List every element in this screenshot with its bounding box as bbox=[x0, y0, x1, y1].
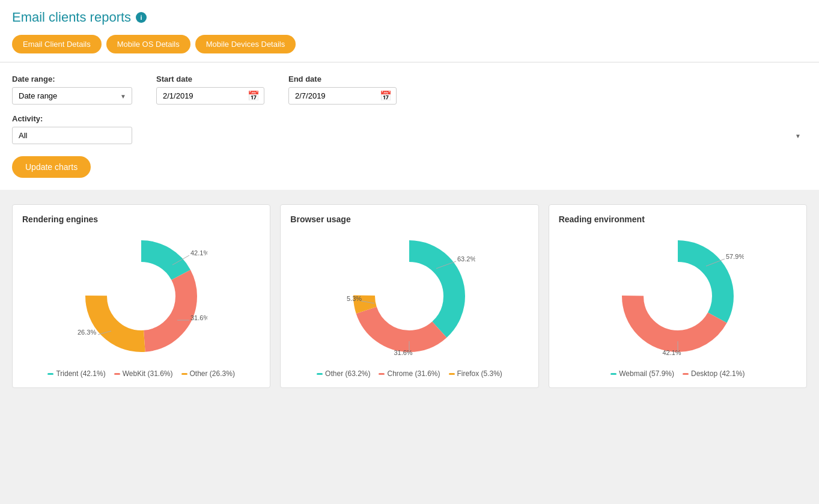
legend-webmail: Webmail (57.9%) bbox=[610, 369, 674, 378]
legend-label-trident: Trident (42.1%) bbox=[56, 369, 105, 378]
legend-label-chrome: Chrome (31.6%) bbox=[387, 369, 440, 378]
reading-environment-title: Reading environment bbox=[559, 214, 797, 224]
date-range-select[interactable]: Date range Last 7 days Last 30 days Cust… bbox=[12, 87, 132, 105]
legend-label-webmail: Webmail (57.9%) bbox=[619, 369, 674, 378]
legend-dot-webkit bbox=[114, 373, 120, 375]
legend-other-re: Other (26.3%) bbox=[181, 369, 235, 378]
browser-usage-card: Browser usage 63.2% 31.6% 5.3% Ot bbox=[280, 204, 538, 388]
legend-label-desktop: Desktop (42.1%) bbox=[691, 369, 744, 378]
legend-firefox: Firefox (5.3%) bbox=[449, 369, 502, 378]
legend-desktop: Desktop (42.1%) bbox=[683, 369, 744, 378]
label-632: 63.2% bbox=[457, 255, 475, 263]
browser-usage-svg: 63.2% 31.6% 5.3% bbox=[343, 230, 475, 362]
legend-dot-firefox bbox=[449, 373, 455, 375]
tab-email-client-details[interactable]: Email Client Details bbox=[12, 35, 102, 53]
label-42: 42.1% bbox=[190, 249, 207, 257]
browser-usage-chart: 63.2% 31.6% 5.3% bbox=[343, 230, 475, 362]
legend-dot-trident bbox=[47, 373, 53, 375]
legend-dot-desktop bbox=[683, 373, 689, 375]
rendering-engines-chart: 42.1% 31.6% 26.3% bbox=[75, 230, 207, 362]
end-date-label: End date bbox=[288, 74, 397, 83]
activity-label: Activity: bbox=[12, 114, 807, 123]
update-charts-button[interactable]: Update charts bbox=[12, 156, 91, 178]
activity-select[interactable]: All Opens Clicks bbox=[12, 127, 132, 144]
date-range-label: Date range: bbox=[12, 74, 132, 83]
reading-environment-legend: Webmail (57.9%) Desktop (42.1%) bbox=[559, 369, 797, 378]
charts-section: Rendering engines 42.1% 31.6% 26.3% bbox=[0, 192, 819, 400]
page-title: Email clients reports i bbox=[12, 10, 807, 25]
date-range-group: Date range: Date range Last 7 days Last … bbox=[12, 74, 132, 105]
label-421re: 42.1% bbox=[662, 349, 681, 356]
rendering-engines-svg: 42.1% 31.6% 26.3% bbox=[75, 230, 207, 362]
legend-label-other-re: Other (26.3%) bbox=[190, 369, 235, 378]
legend-dot-chrome bbox=[379, 373, 385, 375]
label-579: 57.9% bbox=[726, 253, 744, 260]
label-26: 26.3% bbox=[78, 329, 96, 336]
reading-environment-svg: 57.9% 42.1% bbox=[612, 230, 744, 362]
legend-other-bu: Other (63.2%) bbox=[317, 369, 370, 378]
start-date-label: Start date bbox=[156, 74, 264, 83]
legend-chrome: Chrome (31.6%) bbox=[379, 369, 440, 378]
legend-dot-other-re bbox=[181, 373, 187, 375]
reading-environment-card: Reading environment 57.9% 42.1% Webmail … bbox=[549, 204, 807, 388]
tab-bar: Email Client Details Mobile OS Details M… bbox=[12, 35, 807, 62]
browser-usage-legend: Other (63.2%) Chrome (31.6%) Firefox (5.… bbox=[290, 369, 528, 378]
top-bar: Email clients reports i Email Client Det… bbox=[0, 0, 819, 62]
end-date-input[interactable] bbox=[288, 87, 397, 105]
end-date-group: End date 📅 bbox=[288, 74, 397, 105]
rendering-engines-legend: Trident (42.1%) WebKit (31.6%) Other (26… bbox=[22, 369, 260, 378]
legend-webkit: WebKit (31.6%) bbox=[114, 369, 173, 378]
legend-label-webkit: WebKit (31.6%) bbox=[123, 369, 173, 378]
activity-group: Activity: All Opens Clicks bbox=[12, 114, 807, 144]
reading-environment-chart: 57.9% 42.1% bbox=[612, 230, 744, 362]
info-icon[interactable]: i bbox=[136, 12, 147, 23]
legend-label-other-bu: Other (63.2%) bbox=[325, 369, 370, 378]
label-53: 5.3% bbox=[347, 295, 362, 302]
browser-usage-title: Browser usage bbox=[290, 214, 528, 224]
rendering-engines-card: Rendering engines 42.1% 31.6% 26.3% bbox=[12, 204, 270, 388]
legend-dot-other-bu bbox=[317, 373, 323, 375]
start-date-group: Start date 📅 bbox=[156, 74, 264, 105]
label-316b: 31.6% bbox=[394, 349, 413, 356]
label-31: 31.6% bbox=[190, 314, 207, 321]
legend-trident: Trident (42.1%) bbox=[47, 369, 105, 378]
filters-section: Date range: Date range Last 7 days Last … bbox=[0, 62, 819, 190]
legend-dot-webmail bbox=[610, 373, 617, 375]
tab-mobile-os-details[interactable]: Mobile OS Details bbox=[106, 35, 190, 53]
legend-label-firefox: Firefox (5.3%) bbox=[457, 369, 502, 378]
start-date-input[interactable] bbox=[156, 87, 264, 105]
tab-mobile-devices-details[interactable]: Mobile Devices Details bbox=[195, 35, 296, 53]
rendering-engines-title: Rendering engines bbox=[22, 214, 260, 224]
